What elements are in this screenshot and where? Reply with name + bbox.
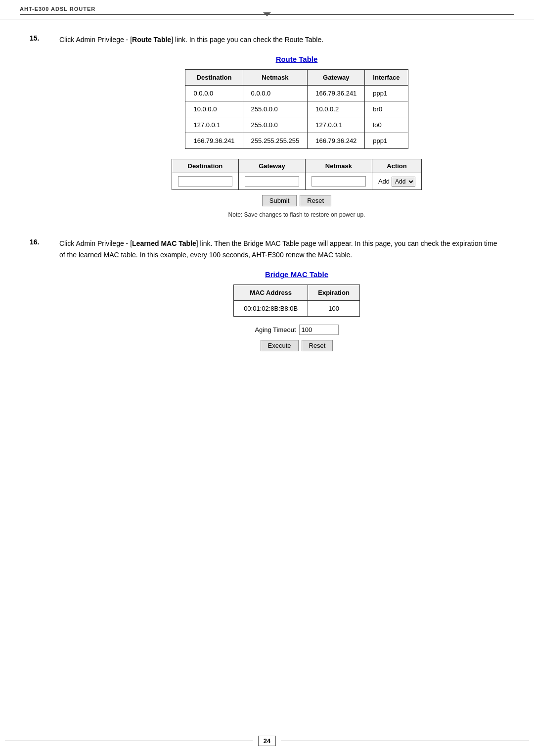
- netmask-input[interactable]: [312, 176, 366, 187]
- route-table-head: Destination Netmask Gateway Interface: [185, 70, 408, 86]
- cell-netmask-2: 255.0.0.0: [243, 101, 308, 117]
- route-buttons-row: Submit Reset: [89, 195, 504, 206]
- route-table-body: 0.0.0.0 0.0.0.0 166.79.36.241 ppp1 10.0.…: [185, 86, 408, 149]
- add-route-row: Add Add: [172, 173, 421, 190]
- section-16-text: Click Admin Privilege - [Learned MAC Tab…: [59, 238, 504, 260]
- mac-table-container: MAC Address Expiration 00:01:02:8B:B8:0B…: [89, 284, 504, 317]
- header-divider: [20, 14, 514, 15]
- section-15-text-pre: Click Admin Privilege - [: [59, 36, 132, 44]
- table-row: 0.0.0.0 0.0.0.0 166.79.36.241 ppp1: [185, 86, 408, 101]
- footer-line-left: [5, 741, 253, 741]
- footer: 24: [0, 736, 534, 746]
- submit-button[interactable]: Submit: [262, 195, 297, 206]
- section-15-link: Route Table: [132, 36, 171, 44]
- add-col-netmask: Netmask: [305, 159, 372, 173]
- cell-dest-2: 10.0.0.0: [185, 101, 243, 117]
- cell-gateway-4: 166.79.36.242: [308, 133, 365, 149]
- action-select-group: Add Add: [378, 177, 415, 187]
- execute-button[interactable]: Execute: [261, 340, 299, 351]
- aging-label: Aging Timeout: [255, 326, 296, 333]
- section-16: 16. Click Admin Privilege - [Learned MAC…: [30, 238, 504, 351]
- cell-dest-4: 166.79.36.241: [185, 133, 243, 149]
- section-16-number: 16.: [30, 238, 59, 260]
- footer-line-right: [281, 741, 529, 741]
- cell-gateway-3: 127.0.0.1: [308, 117, 365, 133]
- route-table-container: Destination Netmask Gateway Interface 0.…: [89, 69, 504, 149]
- section-16-link: Learned MAC Table: [132, 239, 196, 247]
- route-table-header-row: Destination Netmask Gateway Interface: [185, 70, 408, 86]
- netmask-input-cell: [305, 173, 372, 190]
- gateway-input-cell: [238, 173, 305, 190]
- section-15: 15. Click Admin Privilege - [Route Table…: [30, 34, 504, 218]
- add-col-action: Action: [372, 159, 421, 173]
- route-table-section: Route Table Destination Netmask Gateway …: [30, 55, 504, 218]
- section-15-number: 15.: [30, 34, 59, 45]
- table-row: 00:01:02:8B:B8:0B 100: [234, 301, 360, 317]
- aging-timeout-row: Aging Timeout: [89, 325, 504, 335]
- action-dropdown[interactable]: Add: [392, 177, 415, 187]
- mac-table-head: MAC Address Expiration: [234, 285, 360, 301]
- section-15-text-post: ] link. In this page you can check the R…: [171, 36, 323, 44]
- cell-netmask-3: 255.0.0.0: [243, 117, 308, 133]
- bridge-mac-section: Bridge MAC Table MAC Address Expiration …: [30, 270, 504, 351]
- col-netmask: Netmask: [243, 70, 308, 86]
- cell-interface-1: ppp1: [365, 86, 408, 101]
- destination-input-cell: [172, 173, 238, 190]
- cell-dest-3: 127.0.0.1: [185, 117, 243, 133]
- col-destination: Destination: [185, 70, 243, 86]
- bridge-mac-title: Bridge MAC Table: [89, 270, 504, 279]
- add-route-body: Add Add: [172, 173, 421, 190]
- footer-page-number: 24: [258, 736, 276, 746]
- reset-button[interactable]: Reset: [300, 195, 331, 206]
- header: AHT-E300 ADSL ROUTER: [0, 0, 534, 19]
- main-content: 15. Click Admin Privilege - [Route Table…: [0, 19, 534, 411]
- section-15-paragraph: Click Admin Privilege - [Route Table] li…: [59, 34, 504, 45]
- destination-input[interactable]: [178, 176, 232, 187]
- cell-netmask-4: 255.255.255.255: [243, 133, 308, 149]
- table-row: 127.0.0.1 255.0.0.0 127.0.0.1 lo0: [185, 117, 408, 133]
- add-route-header-row: Destination Gateway Netmask Action: [172, 159, 421, 173]
- add-label: Add: [378, 178, 390, 185]
- route-table: Destination Netmask Gateway Interface 0.…: [185, 69, 408, 149]
- col-expiration: Expiration: [308, 285, 360, 301]
- mac-table-header-row: MAC Address Expiration: [234, 285, 360, 301]
- cell-gateway-2: 10.0.0.2: [308, 101, 365, 117]
- col-mac-address: MAC Address: [234, 285, 308, 301]
- cell-gateway-1: 166.79.36.241: [308, 86, 365, 101]
- cell-interface-4: ppp1: [365, 133, 408, 149]
- section-15-row: 15. Click Admin Privilege - [Route Table…: [30, 34, 504, 45]
- cell-interface-2: br0: [365, 101, 408, 117]
- mac-buttons-row: Execute Reset: [89, 340, 504, 351]
- cell-dest-1: 0.0.0.0: [185, 86, 243, 101]
- page-container: AHT-E300 ADSL ROUTER 15. Click Admin Pri…: [0, 0, 534, 756]
- col-gateway: Gateway: [308, 70, 365, 86]
- section-16-row: 16. Click Admin Privilege - [Learned MAC…: [30, 238, 504, 260]
- cell-interface-3: lo0: [365, 117, 408, 133]
- route-table-title: Route Table: [89, 55, 504, 63]
- table-row: 10.0.0.0 255.0.0.0 10.0.0.2 br0: [185, 101, 408, 117]
- note-text: Note: Save changes to flash to restore o…: [89, 211, 504, 218]
- add-col-gateway: Gateway: [238, 159, 305, 173]
- mac-reset-button[interactable]: Reset: [302, 340, 333, 351]
- cell-netmask-1: 0.0.0.0: [243, 86, 308, 101]
- mac-table: MAC Address Expiration 00:01:02:8B:B8:0B…: [233, 284, 360, 317]
- add-route-container: Destination Gateway Netmask Action: [89, 159, 504, 190]
- action-cell: Add Add: [372, 173, 421, 190]
- section-15-text: Click Admin Privilege - [Route Table] li…: [59, 34, 504, 45]
- add-col-destination: Destination: [172, 159, 238, 173]
- mac-table-body: 00:01:02:8B:B8:0B 100: [234, 301, 360, 317]
- aging-input[interactable]: [299, 325, 339, 335]
- gateway-input[interactable]: [245, 176, 299, 187]
- header-title: AHT-E300 ADSL ROUTER: [20, 6, 514, 12]
- add-route-head: Destination Gateway Netmask Action: [172, 159, 421, 173]
- table-row: 166.79.36.241 255.255.255.255 166.79.36.…: [185, 133, 408, 149]
- cell-mac-1: 00:01:02:8B:B8:0B: [234, 301, 308, 317]
- cell-expiration-1: 100: [308, 301, 360, 317]
- col-interface: Interface: [365, 70, 408, 86]
- add-route-table: Destination Gateway Netmask Action: [172, 159, 422, 190]
- section-16-paragraph: Click Admin Privilege - [Learned MAC Tab…: [59, 238, 504, 260]
- section-16-text-pre: Click Admin Privilege - [: [59, 239, 132, 247]
